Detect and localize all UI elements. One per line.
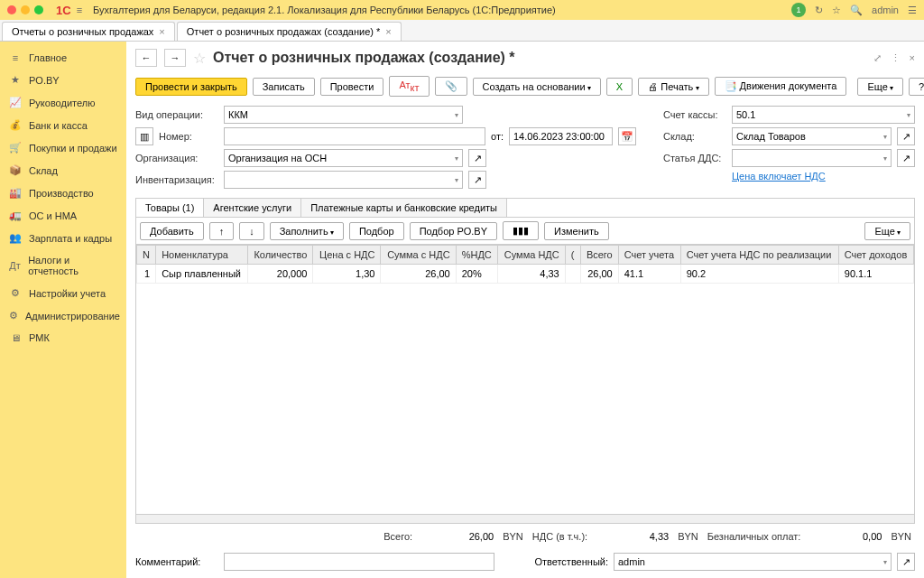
nav-back[interactable]: ← bbox=[135, 49, 157, 67]
cell[interactable]: 1,30 bbox=[313, 265, 381, 284]
sidebar-item-rmk[interactable]: 🖥РМК bbox=[0, 327, 126, 349]
cell[interactable]: 20% bbox=[456, 265, 498, 284]
col-extra[interactable]: ( bbox=[565, 246, 580, 265]
menu-dots-icon[interactable]: ⋮ bbox=[891, 52, 901, 64]
sidebar-item-bank[interactable]: 💰Банк и касса bbox=[0, 114, 126, 136]
col-vat-sum[interactable]: Сумма НДС bbox=[498, 246, 566, 265]
save-button[interactable]: Записать bbox=[253, 78, 315, 96]
window-close[interactable] bbox=[7, 5, 16, 14]
cell[interactable] bbox=[565, 265, 580, 284]
sidebar-item-sales[interactable]: 🛒Покупки и продажи bbox=[0, 136, 126, 159]
sidebar-item-salary[interactable]: 👥Зарплата и кадры bbox=[0, 227, 126, 249]
window-maximize[interactable] bbox=[34, 5, 43, 14]
col-n[interactable]: N bbox=[137, 246, 156, 265]
col-qty[interactable]: Количество bbox=[247, 246, 313, 265]
close-icon[interactable]: × bbox=[159, 26, 164, 37]
doc-tab[interactable]: Отчеты о розничных продажах × bbox=[2, 22, 175, 41]
cell[interactable]: 90.1.1 bbox=[838, 265, 913, 284]
tab-cards[interactable]: Платежные карты и банковские кредиты bbox=[301, 199, 507, 217]
sidebar-item-admin[interactable]: ⚙Администрирование bbox=[0, 304, 126, 327]
col-acc-inc[interactable]: Счет доходов bbox=[838, 246, 913, 265]
excel-button[interactable]: X bbox=[606, 78, 633, 96]
link-icon[interactable]: ⤢ bbox=[873, 52, 882, 64]
cell[interactable]: 41.1 bbox=[618, 265, 680, 284]
col-vat-rate[interactable]: %НДС bbox=[456, 246, 498, 265]
date-input[interactable] bbox=[509, 127, 613, 145]
cell[interactable]: 4,33 bbox=[498, 265, 566, 284]
sidebar-item-main[interactable]: ≡Главное bbox=[0, 47, 126, 69]
print-button[interactable]: 🖨 Печать bbox=[638, 78, 708, 96]
col-acc[interactable]: Счет учета bbox=[618, 246, 680, 265]
user-label[interactable]: admin bbox=[872, 5, 899, 15]
warehouse-select[interactable]: Склад Товаров▾ bbox=[732, 127, 892, 145]
tab-agent[interactable]: Агентские услуги bbox=[204, 199, 301, 217]
org-select[interactable]: Организация на ОСН▾ bbox=[224, 149, 463, 167]
search-icon[interactable]: 🔍 bbox=[850, 5, 863, 16]
table-more-button[interactable]: Еще bbox=[864, 222, 910, 240]
help-button[interactable]: ? bbox=[909, 78, 924, 96]
add-button[interactable]: Добавить bbox=[140, 222, 204, 240]
pick-button[interactable]: Подбор bbox=[349, 222, 404, 240]
col-sum[interactable]: Сумма с НДС bbox=[381, 246, 456, 265]
col-nom[interactable]: Номенклатура bbox=[156, 246, 248, 265]
table-row[interactable]: 1 Сыр плавленный 20,000 1,30 26,00 20% 4… bbox=[137, 265, 914, 284]
sidebar-item-settings[interactable]: ⚙Настройки учета bbox=[0, 282, 126, 304]
sidebar-item-manager[interactable]: 📈Руководителю bbox=[0, 91, 126, 114]
op-type-select[interactable]: ККМ▾ bbox=[224, 106, 463, 124]
open-icon[interactable]: ↗ bbox=[897, 127, 915, 145]
price-includes-vat-link[interactable]: Цена включает НДС bbox=[732, 171, 826, 182]
more-button[interactable]: Еще bbox=[857, 78, 903, 96]
movements-button[interactable]: 📑 Движения документа bbox=[715, 77, 847, 96]
change-button[interactable]: Изменить bbox=[544, 222, 609, 240]
barcode-button[interactable]: ▮▮▮ bbox=[503, 221, 539, 240]
window-minimize[interactable] bbox=[21, 5, 30, 14]
sidebar-item-warehouse[interactable]: 📦Склад bbox=[0, 159, 126, 182]
up-button[interactable]: ↑ bbox=[209, 222, 235, 240]
post-close-button[interactable]: Провести и закрыть bbox=[135, 78, 247, 96]
close-icon[interactable]: × bbox=[910, 52, 915, 64]
menu-icon[interactable]: ≡ bbox=[77, 5, 82, 15]
history-icon[interactable]: ↻ bbox=[815, 5, 823, 16]
down-button[interactable]: ↓ bbox=[239, 222, 264, 240]
open-icon[interactable]: ↗ bbox=[468, 171, 486, 189]
scrollbar[interactable] bbox=[135, 515, 915, 524]
dtkt-button[interactable]: Аткт bbox=[389, 76, 429, 97]
inv-select[interactable]: ▾ bbox=[224, 171, 463, 189]
favorite-icon[interactable]: ☆ bbox=[832, 5, 841, 16]
attach-button[interactable]: 📎 bbox=[435, 77, 467, 96]
open-icon[interactable]: ↗ bbox=[897, 553, 915, 571]
cell[interactable]: 90.2 bbox=[680, 265, 838, 284]
sidebar-item-taxes[interactable]: ДтНалоги и отчетность bbox=[0, 249, 126, 282]
cell[interactable]: 1 bbox=[137, 265, 156, 284]
close-icon[interactable]: × bbox=[385, 26, 391, 37]
resp-select[interactable]: admin▾ bbox=[614, 553, 892, 571]
cell[interactable]: 20,000 bbox=[247, 265, 313, 284]
tab-goods[interactable]: Товары (1) bbox=[136, 199, 204, 217]
hamburger-icon[interactable]: ☰ bbox=[908, 5, 917, 16]
create-based-button[interactable]: Создать на основании bbox=[473, 78, 601, 96]
comment-input[interactable] bbox=[224, 553, 494, 571]
cash-acc-select[interactable]: 50.1▾ bbox=[732, 106, 915, 124]
cell[interactable]: Сыр плавленный bbox=[156, 265, 248, 284]
col-price[interactable]: Цена с НДС bbox=[313, 246, 381, 265]
fill-button[interactable]: Заполнить bbox=[270, 222, 344, 240]
cell[interactable]: 26,00 bbox=[381, 265, 456, 284]
notifications-icon[interactable]: 1 bbox=[791, 3, 806, 17]
sidebar-item-production[interactable]: 🏭Производство bbox=[0, 182, 126, 204]
post-button[interactable]: Провести bbox=[320, 78, 384, 96]
favorite-icon[interactable]: ☆ bbox=[193, 50, 206, 67]
open-icon[interactable]: ↗ bbox=[468, 149, 486, 167]
dds-select[interactable]: ▾ bbox=[732, 149, 892, 167]
calendar-icon[interactable]: 📅 bbox=[618, 127, 636, 145]
sidebar-item-poby[interactable]: ★PO.BY bbox=[0, 69, 126, 91]
nav-forward[interactable]: → bbox=[164, 49, 186, 67]
doc-tab[interactable]: Отчет о розничных продажах (создание) * … bbox=[177, 22, 402, 41]
col-acc-vat[interactable]: Счет учета НДС по реализации bbox=[680, 246, 838, 265]
open-icon[interactable]: ↗ bbox=[897, 149, 915, 167]
col-total[interactable]: Всего bbox=[580, 246, 618, 265]
number-input[interactable] bbox=[224, 127, 485, 145]
sidebar-item-assets[interactable]: 🚛ОС и НМА bbox=[0, 204, 126, 227]
pick-poby-button[interactable]: Подбор PO.BY bbox=[410, 222, 497, 240]
goods-table[interactable]: N Номенклатура Количество Цена с НДС Сум… bbox=[135, 244, 915, 515]
cell[interactable]: 26,00 bbox=[580, 265, 618, 284]
